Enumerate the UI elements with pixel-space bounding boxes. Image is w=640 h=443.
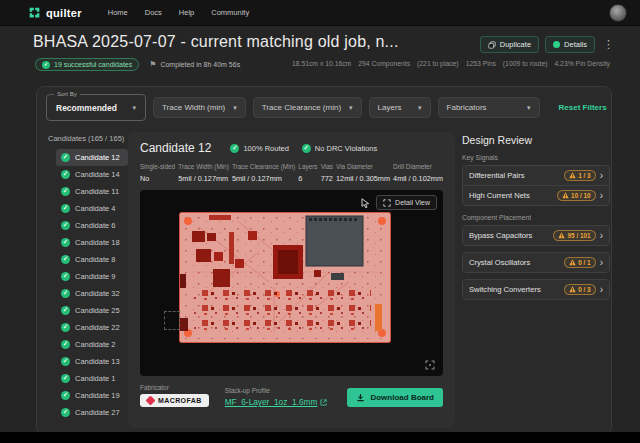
- check-circle-icon: ✓: [61, 272, 70, 281]
- warning-count: 95 / 101: [568, 232, 591, 239]
- board-canvas[interactable]: Detail View: [140, 190, 443, 376]
- reset-filters-link[interactable]: Reset Filters: [559, 103, 607, 112]
- nav-link-home[interactable]: Home: [108, 8, 128, 17]
- sort-by-dropdown[interactable]: Sort By Recommended ▾: [46, 94, 146, 121]
- warning-badge: 0 / 1: [564, 257, 596, 268]
- candidate-list-item[interactable]: ✓Candidate 1: [56, 370, 128, 387]
- review-card: Bypass Capacitors95 / 101›: [462, 225, 610, 246]
- spec-column: Trace Width (Min)5mil / 0.127mm: [178, 163, 229, 183]
- design-review-item[interactable]: Switching Converters0 / 3›: [463, 280, 609, 299]
- nav-links: HomeDocsHelpCommunity: [108, 8, 249, 17]
- review-item-status: 1 / 3›: [564, 170, 603, 181]
- check-circle-icon: ✓: [61, 357, 70, 366]
- meta-row: ✓ 19 successful candidates ⚑ Completed i…: [35, 58, 240, 71]
- user-avatar[interactable]: [609, 4, 627, 22]
- nav-link-docs[interactable]: Docs: [145, 8, 162, 17]
- design-review-item[interactable]: Bypass Capacitors95 / 101›: [463, 226, 609, 245]
- candidate-list-item[interactable]: ✓Candidate 25: [56, 302, 128, 319]
- candidate-list-item[interactable]: ✓Candidate 11: [56, 183, 128, 200]
- stackup-profile-link[interactable]: MF_6-Layer_1oz_1.6mm: [225, 397, 328, 407]
- flag-icon: ⚑: [149, 61, 156, 69]
- spec-column: Single-sidedNo: [140, 163, 175, 183]
- candidate-label: Candidate 11: [75, 187, 119, 196]
- check-circle-icon: ✓: [230, 144, 239, 153]
- filter-dropdown-trace-clearance-min[interactable]: Trace Clearance (min)▾: [253, 97, 362, 118]
- download-icon: [356, 393, 365, 402]
- warning-icon: [569, 172, 576, 179]
- candidate-list-item[interactable]: ✓Candidate 14: [56, 166, 128, 183]
- candidate-label: Candidate 6: [75, 221, 115, 230]
- candidate-list-item[interactable]: ✓Candidate 32: [56, 285, 128, 302]
- design-review-groups: Key SignalsDifferential Pairs1 / 3›High …: [462, 154, 610, 300]
- fullscreen-corners-icon: [383, 199, 391, 207]
- chevron-down-icon: ▾: [233, 104, 237, 112]
- nav-link-community[interactable]: Community: [211, 8, 249, 17]
- duplicate-button[interactable]: Duplicate: [480, 36, 539, 53]
- design-review-item[interactable]: Differential Pairs1 / 3›: [463, 166, 609, 185]
- design-review-item[interactable]: Crystal Oscillators0 / 1›: [463, 253, 609, 272]
- candidate-label: Candidate 27: [75, 408, 120, 417]
- candidates-header: Candidates (165 / 165): [46, 134, 128, 143]
- filter-dropdown-trace-width-min[interactable]: Trace Width (min)▾: [153, 97, 246, 118]
- review-card: Crystal Oscillators0 / 1›: [462, 252, 610, 273]
- candidate-list-item[interactable]: ✓Candidate 2: [56, 336, 128, 353]
- candidate-detail-card: Candidate 12 ✓ 100% Routed ✓ No DRC Viol…: [128, 132, 455, 428]
- candidate-label: Candidate 2: [75, 340, 115, 349]
- filter-dropdowns: Trace Width (min)▾Trace Clearance (min)▾…: [153, 97, 540, 118]
- spec-column: Trace Clearance (Min)5mil / 0.127mm: [232, 163, 295, 183]
- candidate-list-item[interactable]: ✓Candidate 4: [56, 200, 128, 217]
- candidate-list-item[interactable]: ✓Candidate 12: [56, 149, 128, 166]
- fabricator-label: Fabricator: [140, 384, 209, 391]
- candidate-list-item[interactable]: ✓Candidate 13: [56, 353, 128, 370]
- kebab-menu-icon[interactable]: ⋮: [603, 39, 614, 50]
- board-stat: 294 Components: [358, 60, 410, 67]
- sort-by-label: Sort By: [54, 91, 80, 97]
- candidate-list-item[interactable]: ✓Candidate 18: [56, 234, 128, 251]
- candidate-list-item[interactable]: ✓Candidate 22: [56, 319, 128, 336]
- check-circle-icon: ✓: [302, 144, 311, 153]
- check-circle-icon: ✓: [61, 221, 70, 230]
- fabricator-name: MACROFAB: [158, 397, 202, 404]
- warning-count: 0 / 1: [578, 259, 590, 266]
- candidate-list-item[interactable]: ✓Candidate 19: [56, 387, 128, 404]
- download-board-button[interactable]: Download Board: [347, 388, 443, 407]
- candidate-list-item[interactable]: ✓Candidate 6: [56, 217, 128, 234]
- filter-label: Trace Clearance (min): [262, 103, 341, 112]
- expand-view-icon[interactable]: [425, 360, 435, 370]
- title-actions: Duplicate Details ⋮: [480, 36, 614, 53]
- check-circle-icon: ✓: [61, 391, 70, 400]
- spec-value: 5mil / 0.127mm: [178, 174, 229, 183]
- details-button[interactable]: Details: [545, 36, 595, 53]
- warning-count: 0 / 3: [578, 286, 590, 293]
- spec-header: Trace Clearance (Min): [232, 163, 295, 170]
- spec-header: Via Diameter: [336, 163, 390, 170]
- chevron-down-icon: ▾: [349, 104, 353, 112]
- cursor-tool-icon[interactable]: [361, 198, 370, 208]
- pcb-board-image: [179, 212, 391, 343]
- filter-dropdown-layers[interactable]: Layers▾: [369, 97, 431, 118]
- spec-value: 5mil / 0.127mm: [232, 174, 295, 183]
- warning-icon: [569, 286, 576, 293]
- review-item-status: 0 / 3›: [564, 284, 603, 295]
- page-title: BHASA 2025-07-07 - current matching old …: [33, 33, 399, 51]
- nav-link-help[interactable]: Help: [179, 8, 194, 17]
- warning-icon: [562, 192, 569, 199]
- title-row: BHASA 2025-07-07 - current matching old …: [33, 33, 614, 53]
- candidate-list-item[interactable]: ✓Candidate 8: [56, 251, 128, 268]
- copy-icon: [488, 41, 496, 49]
- card-footer: Fabricator MACROFAB Stack-up Profile MF_…: [140, 384, 443, 407]
- filter-dropdown-fabricators[interactable]: Fabricators▾: [438, 97, 540, 118]
- candidate-list-item[interactable]: ✓Candidate 27: [56, 404, 128, 421]
- drc-label: No DRC Violations: [315, 144, 377, 153]
- detail-view-button[interactable]: Detail View: [376, 195, 437, 210]
- design-review-item[interactable]: High Current Nets10 / 10›: [463, 185, 609, 205]
- quilter-logo[interactable]: quilter: [28, 6, 82, 19]
- candidate-label: Candidate 19: [75, 391, 120, 400]
- warning-badge: 1 / 3: [564, 170, 596, 181]
- stackup-group: Stack-up Profile MF_6-Layer_1oz_1.6mm: [225, 387, 328, 407]
- spec-column: Layers6: [298, 163, 317, 183]
- check-circle-icon: ✓: [61, 289, 70, 298]
- fabricator-chip[interactable]: MACROFAB: [140, 394, 209, 407]
- detail-view-label: Detail View: [395, 199, 430, 206]
- candidate-list-item[interactable]: ✓Candidate 9: [56, 268, 128, 285]
